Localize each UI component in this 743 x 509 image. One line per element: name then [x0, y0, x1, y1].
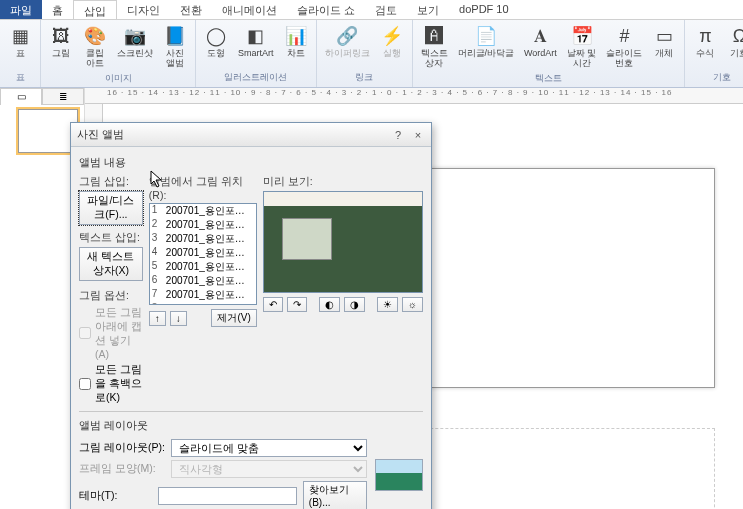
move-down-button[interactable]: ↓ [170, 311, 187, 326]
ribbon-equation[interactable]: π수식 [689, 22, 721, 61]
ribbon-photoalbum[interactable]: 📘사진 앨범 [159, 22, 191, 71]
browse-button[interactable]: 찾아보기(B)... [303, 481, 367, 509]
blackwhite-checkbox-label: 모든 그림을 흑백으로(K) [95, 363, 143, 405]
tab-review[interactable]: 검토 [365, 0, 407, 19]
remove-button[interactable]: 제거(V) [211, 309, 256, 327]
close-button[interactable]: × [411, 128, 425, 142]
tab-file[interactable]: 파일 [0, 0, 42, 19]
datetime-icon: 📅 [570, 24, 594, 48]
brightness-down-button[interactable]: ☼ [402, 297, 423, 312]
ribbon-hyperlink: 🔗하이퍼링크 [321, 22, 374, 61]
picture-layout-label: 그림 레이아웃(P): [79, 441, 165, 455]
rotate-right-button[interactable]: ↷ [287, 297, 307, 312]
equation-icon: π [693, 24, 717, 48]
insert-picture-label: 그림 삽입: [79, 175, 143, 189]
list-item[interactable]: 2200701_용인포곡스마 [150, 218, 256, 232]
picture-layout-select[interactable]: 슬라이드에 맞춤 [171, 439, 367, 457]
blackwhite-checkbox[interactable] [79, 378, 91, 390]
file-disk-button[interactable]: 파일/디스크(F)... [79, 191, 143, 225]
caption-checkbox-label: 모든 그림 아래에 캡션 넣기(A) [95, 306, 143, 360]
theme-input[interactable] [158, 487, 297, 505]
move-up-button[interactable]: ↑ [149, 311, 166, 326]
ribbon-picture[interactable]: 🖼그림 [45, 22, 77, 61]
smartart-icon: ◧ [244, 24, 268, 48]
section-album-content: 앨범 내용 [79, 155, 423, 170]
ribbon-symbol[interactable]: Ω기호 [723, 22, 743, 61]
hyperlink-icon: 🔗 [335, 24, 359, 48]
new-textbox-button[interactable]: 새 텍스트 상자(X) [79, 247, 143, 281]
tab-bar: 파일 홈 삽입 디자인 전환 애니메이션 슬라이드 쇼 검토 보기 doPDF … [0, 0, 743, 20]
picture-icon: 🖼 [49, 24, 73, 48]
ribbon-group-illustrations: 일러스트레이션 [200, 70, 312, 85]
clipart-icon: 🎨 [83, 24, 107, 48]
ribbon-slidenum[interactable]: #슬라이드 번호 [602, 22, 646, 71]
dialog-titlebar[interactable]: 사진 앨범 ? × [71, 123, 431, 147]
photo-album-dialog: 사진 앨범 ? × 앨범 내용 그림 삽입: 파일/디스크(F)... 텍스트 … [70, 122, 432, 509]
list-item[interactable]: 5200701_용인포곡스마 [150, 260, 256, 274]
headerfooter-icon: 📄 [474, 24, 498, 48]
ribbon-action: ⚡실행 [376, 22, 408, 61]
notes-placeholder[interactable] [385, 428, 715, 509]
tab-slideshow[interactable]: 슬라이드 쇼 [287, 0, 365, 19]
tab-view[interactable]: 보기 [407, 0, 449, 19]
dialog-title: 사진 앨범 [77, 127, 124, 142]
tab-design[interactable]: 디자인 [117, 0, 170, 19]
ruler-horizontal: 16 · 15 · 14 · 13 · 12 · 11 · 10 · 9 · 8… [85, 88, 743, 104]
object-icon: ▭ [652, 24, 676, 48]
ribbon: ▦표 표 🖼그림 🎨클립 아트 📷스크린샷 📘사진 앨범 이미지 ◯도형 ◧Sm… [0, 20, 743, 88]
picture-listbox[interactable]: 1200701_용인포곡스마2200701_용인포곡스마3200701_용인포곡… [149, 203, 257, 305]
preview-image [264, 192, 422, 292]
slidenum-icon: # [612, 24, 636, 48]
section-album-layout: 앨범 레이아웃 [79, 418, 423, 433]
ribbon-chart[interactable]: 📊차트 [280, 22, 312, 61]
ribbon-textbox[interactable]: 🅰텍스트 상자 [417, 22, 452, 71]
tab-animation[interactable]: 애니메이션 [212, 0, 287, 19]
list-item[interactable]: 7200701_용인포곡스마 [150, 288, 256, 302]
chart-icon: 📊 [284, 24, 308, 48]
table-icon: ▦ [8, 24, 32, 48]
thumb-tab-outline[interactable]: ≣ [42, 88, 84, 105]
ribbon-group-tables: 표 [4, 70, 36, 85]
ribbon-group-links: 링크 [321, 70, 408, 85]
ribbon-group-text: 텍스트 [417, 71, 681, 86]
ribbon-screenshot[interactable]: 📷스크린샷 [113, 22, 157, 61]
list-item[interactable]: 6200701_용인포곡스마 [150, 274, 256, 288]
rotate-left-button[interactable]: ↶ [263, 297, 283, 312]
list-item[interactable]: 1200701_용인포곡스마 [150, 204, 256, 218]
tab-home[interactable]: 홈 [42, 0, 73, 19]
album-position-label: 앨범에서 그림 위치(R): [149, 175, 257, 201]
picture-options-label: 그림 옵션: [79, 289, 143, 303]
tab-transition[interactable]: 전환 [170, 0, 212, 19]
theme-label: 테마(T): [79, 489, 152, 503]
frame-shape-label: 프레임 모양(M): [79, 462, 165, 476]
ribbon-headerfooter[interactable]: 📄머리글/바닥글 [454, 22, 519, 61]
slide-canvas[interactable] [385, 168, 715, 388]
caption-checkbox [79, 327, 91, 339]
ribbon-group-images: 이미지 [45, 71, 191, 86]
ribbon-smartart[interactable]: ◧SmartArt [234, 22, 278, 61]
brightness-up-button[interactable]: ☀ [377, 297, 398, 312]
thumb-tab-slides[interactable]: ▭ [0, 88, 42, 105]
insert-text-label: 텍스트 삽입: [79, 231, 143, 245]
photoalbum-icon: 📘 [163, 24, 187, 48]
ribbon-table[interactable]: ▦표 [4, 22, 36, 61]
ribbon-wordart[interactable]: 𝐀WordArt [520, 22, 561, 61]
ribbon-clipart[interactable]: 🎨클립 아트 [79, 22, 111, 71]
ribbon-shapes[interactable]: ◯도형 [200, 22, 232, 61]
ribbon-group-symbols: 기호 [689, 70, 743, 85]
slide-thumbnail[interactable] [18, 109, 78, 153]
layout-preview-thumb [375, 459, 423, 491]
action-icon: ⚡ [380, 24, 404, 48]
list-item[interactable]: 4200701_용인포곡스마 [150, 246, 256, 260]
list-item[interactable]: 8200701_용인포곡스마 [150, 302, 256, 305]
tab-insert[interactable]: 삽입 [73, 0, 117, 19]
contrast-down-button[interactable]: ◑ [344, 297, 365, 312]
preview-box [263, 191, 423, 293]
list-item[interactable]: 3200701_용인포곡스마 [150, 232, 256, 246]
tab-pdf[interactable]: doPDF 10 [449, 0, 519, 19]
ribbon-datetime[interactable]: 📅날짜 및 시간 [563, 22, 601, 71]
frame-shape-select: 직사각형 [171, 460, 367, 478]
help-button[interactable]: ? [391, 128, 405, 142]
contrast-up-button[interactable]: ◐ [319, 297, 340, 312]
ribbon-object[interactable]: ▭개체 [648, 22, 680, 61]
